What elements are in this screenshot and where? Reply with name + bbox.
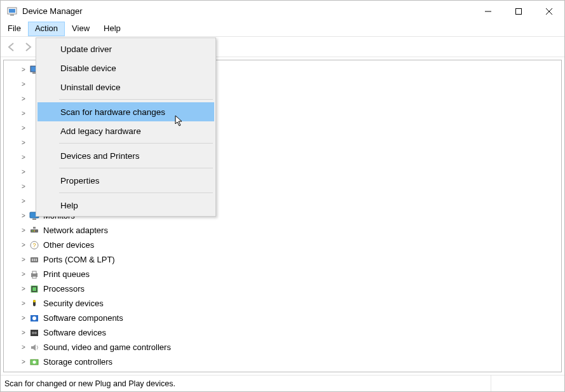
svg-rect-14: [33, 227, 36, 229]
network-icon: [29, 226, 39, 236]
chevron-right-icon[interactable]: >: [19, 227, 28, 234]
svg-rect-22: [32, 271, 36, 274]
chevron-right-icon[interactable]: >: [19, 125, 28, 132]
chevron-right-icon[interactable]: >: [19, 198, 28, 205]
menu-item-devices-and-printers[interactable]: Devices and Printers: [37, 146, 214, 165]
chevron-right-icon[interactable]: >: [19, 168, 28, 175]
svg-rect-20: [36, 259, 37, 261]
menu-item-disable-device[interactable]: Disable device: [37, 58, 214, 78]
tree-item-label: Software devices: [43, 328, 106, 337]
menu-item-update-driver[interactable]: Update driver: [37, 39, 214, 58]
chevron-right-icon[interactable]: >: [19, 95, 28, 102]
tree-item-label: Storage controllers: [43, 357, 112, 367]
window-title: Device Manager: [22, 6, 473, 16]
chevron-right-icon[interactable]: >: [19, 110, 28, 117]
tree-item-network-adapters[interactable]: >Network adapters: [6, 223, 561, 238]
menu-separator: [59, 168, 213, 168]
chevron-right-icon[interactable]: >: [19, 212, 28, 219]
svg-point-13: [34, 230, 35, 231]
statusbar: Scan for changed or new Plug and Play de…: [1, 375, 564, 391]
chevron-right-icon[interactable]: >: [19, 271, 28, 278]
menu-help[interactable]: Help: [97, 22, 128, 36]
storage-icon: [29, 357, 39, 367]
action-dropdown-menu: Update driverDisable deviceUninstall dev…: [36, 37, 216, 217]
menu-item-help[interactable]: Help: [37, 196, 214, 215]
tree-item-label: Other devices: [43, 240, 94, 250]
tree-item-label: Ports (COM & LPT): [43, 255, 115, 264]
titlebar[interactable]: Device Manager: [1, 1, 564, 22]
tree-item-software-devices[interactable]: >Software devices: [6, 325, 561, 340]
chevron-right-icon[interactable]: >: [19, 183, 28, 190]
other-icon: ?: [29, 240, 39, 250]
tree-item-storage-controllers[interactable]: >Storage controllers: [6, 355, 561, 369]
softdev-icon: [29, 328, 39, 338]
chevron-right-icon[interactable]: >: [19, 256, 28, 263]
svg-rect-2: [10, 15, 14, 16]
tree-item-label: Sound, video and game controllers: [43, 342, 171, 352]
tree-item-label: Software components: [43, 313, 123, 323]
close-button[interactable]: [534, 1, 564, 22]
menu-separator: [59, 193, 213, 193]
svg-rect-23: [32, 276, 36, 278]
menu-item-add-legacy-hardware[interactable]: Add legacy hardware: [37, 121, 214, 140]
app-icon: [7, 6, 17, 17]
tree-item-other-devices[interactable]: >?Other devices: [6, 238, 561, 252]
softcomp-icon: [29, 313, 39, 323]
tree-item-security-devices[interactable]: >Security devices: [6, 296, 561, 311]
tree-item-label: Print queues: [43, 269, 90, 279]
tree-item-label: Security devices: [43, 299, 104, 308]
security-icon: [29, 299, 39, 309]
tree-item-print-queues[interactable]: >Print queues: [6, 267, 561, 281]
chevron-right-icon[interactable]: >: [19, 81, 28, 88]
tree-item-label: Network adapters: [43, 226, 108, 235]
tree-item-software-components[interactable]: >Software components: [6, 311, 561, 325]
svg-rect-18: [32, 259, 33, 261]
chevron-right-icon[interactable]: >: [19, 314, 28, 321]
chevron-right-icon[interactable]: >: [19, 358, 28, 365]
statusbar-text: Scan for changed or new Plug and Play de…: [4, 379, 491, 388]
minimize-button[interactable]: [473, 1, 503, 22]
menubar: File Action View Help: [1, 22, 564, 37]
svg-rect-25: [32, 287, 36, 291]
svg-point-32: [34, 332, 37, 334]
menu-item-uninstall-device[interactable]: Uninstall device: [37, 78, 214, 97]
port-icon: [29, 255, 39, 265]
svg-rect-10: [32, 219, 36, 220]
maximize-button[interactable]: [503, 1, 534, 22]
menu-item-scan-for-hardware-changes[interactable]: Scan for hardware changes: [37, 102, 214, 121]
svg-rect-19: [34, 259, 35, 261]
chevron-right-icon[interactable]: >: [19, 154, 28, 161]
chevron-right-icon[interactable]: >: [19, 344, 28, 351]
menu-view[interactable]: View: [65, 22, 97, 36]
chevron-right-icon[interactable]: >: [19, 300, 28, 307]
menu-file[interactable]: File: [1, 22, 28, 36]
tree-item-sound-video-and-game-controllers[interactable]: >Sound, video and game controllers: [6, 340, 561, 355]
chevron-right-icon[interactable]: >: [19, 329, 28, 336]
cpu-icon: [29, 284, 39, 294]
tree-item-processors[interactable]: >Processors: [6, 281, 561, 296]
svg-rect-4: [516, 8, 522, 14]
menu-separator: [59, 99, 213, 100]
svg-point-12: [32, 230, 33, 231]
svg-rect-1: [9, 9, 15, 13]
tree-item-ports-com-lpt-[interactable]: >Ports (COM & LPT): [6, 252, 561, 267]
menu-separator: [59, 143, 213, 144]
chevron-right-icon[interactable]: >: [19, 66, 28, 73]
chevron-right-icon[interactable]: >: [19, 241, 28, 248]
svg-point-29: [32, 316, 36, 320]
tree-item-label: Processors: [43, 284, 85, 294]
chevron-right-icon[interactable]: >: [19, 285, 28, 292]
chevron-right-icon[interactable]: >: [19, 139, 28, 146]
svg-text:?: ?: [32, 242, 36, 248]
printer-icon: [29, 269, 39, 280]
sound-icon: [29, 342, 39, 353]
svg-point-31: [32, 332, 34, 334]
menu-action[interactable]: Action: [28, 22, 65, 36]
svg-point-34: [33, 360, 36, 363]
menu-item-properties[interactable]: Properties: [37, 171, 214, 190]
back-button: [3, 39, 20, 55]
forward-button: [20, 39, 36, 55]
svg-point-27: [33, 300, 36, 302]
